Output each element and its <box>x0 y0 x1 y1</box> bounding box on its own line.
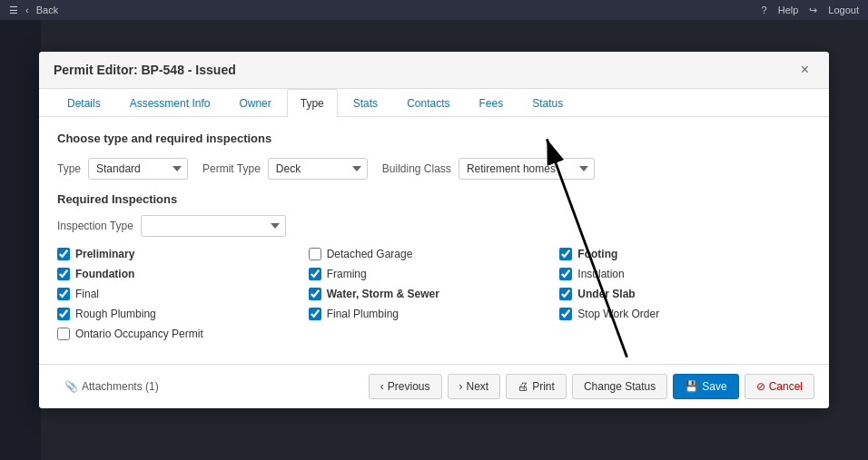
topbar-left: ☰ ‹ Back <box>9 5 58 16</box>
logout-link[interactable]: Logout <box>828 5 859 15</box>
checkbox-ontario-occupancy: Ontario Occupancy Permit <box>57 328 309 340</box>
tab-owner[interactable]: Owner <box>225 89 284 117</box>
inspection-type-select[interactable] <box>141 215 286 237</box>
checkbox-stop-work-order: Stop Work Order <box>559 308 811 320</box>
print-icon: 🖨 <box>518 380 528 393</box>
change-status-button[interactable]: Change Status <box>572 374 667 399</box>
section-title: Choose type and required inspections <box>57 132 811 145</box>
checkbox-preliminary-label: Preliminary <box>75 248 134 260</box>
required-inspections-title: Required Inspections <box>57 192 811 206</box>
checkbox-water-storm-sewer-input[interactable] <box>309 288 321 300</box>
tab-details[interactable]: Details <box>54 89 114 117</box>
permit-editor-modal: Permit Editor: BP-548 - Issued × Details… <box>39 52 829 408</box>
tab-stats[interactable]: Stats <box>340 89 391 117</box>
type-group: Type Standard <box>57 158 188 180</box>
previous-chevron-icon: ‹ <box>380 380 384 393</box>
checkbox-foundation-input[interactable] <box>57 268 70 280</box>
modal-tabs: Details Assessment Info Owner Type Stats… <box>39 89 829 117</box>
back-link[interactable]: Back <box>36 5 58 15</box>
paperclip-icon: 📎 <box>64 380 78 393</box>
modal-header: Permit Editor: BP-548 - Issued × <box>39 52 829 89</box>
checkbox-final-plumbing: Final Plumbing <box>309 308 560 320</box>
checkbox-footing: Footing <box>559 248 811 260</box>
checkbox-final-input[interactable] <box>57 288 70 300</box>
inspection-type-label: Inspection Type <box>57 220 133 232</box>
checkbox-preliminary-input[interactable] <box>57 248 70 260</box>
checkbox-rough-plumbing: Rough Plumbing <box>57 308 309 320</box>
checkbox-ontario-occupancy-label: Ontario Occupancy Permit <box>75 328 203 340</box>
checkbox-framing-label: Framing <box>327 268 367 280</box>
checkbox-water-storm-sewer: Water, Storm & Sewer <box>309 288 560 300</box>
attachments-button[interactable]: 📎 Attachments (1) <box>54 375 170 398</box>
next-chevron-icon: › <box>459 380 463 393</box>
checkbox-framing-input[interactable] <box>309 268 321 280</box>
checkboxes-grid: Preliminary Detached Garage Footing Foun… <box>57 248 811 340</box>
modal-title: Permit Editor: BP-548 - Issued <box>54 63 236 77</box>
checkbox-detached-garage-label: Detached Garage <box>327 248 413 260</box>
previous-label: Previous <box>388 380 430 393</box>
type-label: Type <box>57 162 81 175</box>
save-button[interactable]: 💾 Save <box>673 374 738 399</box>
checkbox-water-storm-sewer-label: Water, Storm & Sewer <box>327 288 439 300</box>
checkbox-rough-plumbing-input[interactable] <box>57 308 70 320</box>
tab-type[interactable]: Type <box>287 89 338 117</box>
tab-status[interactable]: Status <box>518 89 577 117</box>
topbar-right: ? Help ↪ Logout <box>762 5 859 16</box>
permit-type-label: Permit Type <box>202 162 261 175</box>
logout-icon: ↪ <box>809 5 817 16</box>
checkbox-detached-garage-input[interactable] <box>309 248 321 260</box>
tab-assessment-info[interactable]: Assessment Info <box>116 89 224 117</box>
tab-contacts[interactable]: Contacts <box>393 89 463 117</box>
checkbox-preliminary: Preliminary <box>57 248 309 260</box>
help-icon: ? <box>762 5 767 15</box>
back-chevron-icon: ‹ <box>25 5 29 15</box>
footer-right: ‹ Previous › Next 🖨 Print Change Status … <box>369 374 814 399</box>
checkbox-final-plumbing-label: Final Plumbing <box>327 308 399 320</box>
cancel-button[interactable]: ⊘ Cancel <box>745 374 814 399</box>
checkbox-under-slab-input[interactable] <box>559 288 572 300</box>
checkbox-detached-garage: Detached Garage <box>309 248 560 260</box>
modal-footer: 📎 Attachments (1) ‹ Previous › Next 🖨 Pr… <box>39 364 829 408</box>
permit-type-group: Permit Type Deck <box>202 158 368 180</box>
checkbox-ontario-occupancy-input[interactable] <box>57 328 70 340</box>
cancel-label: Cancel <box>769 380 803 393</box>
print-label: Print <box>532 380 555 393</box>
help-link[interactable]: Help <box>778 5 799 15</box>
attachments-label: Attachments (1) <box>82 380 159 393</box>
hamburger-icon: ☰ <box>9 5 18 16</box>
type-select[interactable]: Standard <box>88 158 188 180</box>
permit-type-select[interactable]: Deck <box>268 158 368 180</box>
checkbox-insulation: Insulation <box>559 268 811 280</box>
checkbox-final: Final <box>57 288 309 300</box>
checkbox-final-plumbing-input[interactable] <box>309 308 321 320</box>
topbar: ☰ ‹ Back ? Help ↪ Logout <box>0 0 868 20</box>
checkbox-foundation: Foundation <box>57 268 309 280</box>
footer-left: 📎 Attachments (1) <box>54 375 170 398</box>
checkbox-insulation-input[interactable] <box>559 268 572 280</box>
modal-close-button[interactable]: × <box>795 61 814 79</box>
cancel-icon: ⊘ <box>756 380 765 393</box>
checkbox-under-slab: Under Slab <box>559 288 811 300</box>
modal-body: Choose type and required inspections Typ… <box>39 117 829 364</box>
previous-button[interactable]: ‹ Previous <box>369 374 442 399</box>
tab-fees[interactable]: Fees <box>465 89 517 117</box>
checkbox-stop-work-order-input[interactable] <box>559 308 572 320</box>
building-class-label: Building Class <box>382 162 451 175</box>
type-row: Type Standard Permit Type Deck Building … <box>57 158 811 180</box>
checkbox-footing-label: Footing <box>577 248 617 260</box>
next-button[interactable]: › Next <box>448 374 501 399</box>
checkbox-foundation-label: Foundation <box>75 268 134 280</box>
change-status-label: Change Status <box>584 380 656 393</box>
checkbox-insulation-label: Insulation <box>577 268 624 280</box>
checkbox-stop-work-order-label: Stop Work Order <box>577 308 659 320</box>
checkbox-rough-plumbing-label: Rough Plumbing <box>75 308 156 320</box>
modal-overlay: Permit Editor: BP-548 - Issued × Details… <box>0 0 868 460</box>
building-class-select[interactable]: Retirement homes <box>459 158 595 180</box>
checkbox-footing-input[interactable] <box>559 248 572 260</box>
inspection-type-row: Inspection Type <box>57 215 811 237</box>
print-button[interactable]: 🖨 Print <box>506 374 567 399</box>
checkbox-framing: Framing <box>309 268 560 280</box>
checkbox-final-label: Final <box>75 288 99 300</box>
save-label: Save <box>702 380 726 393</box>
checkbox-under-slab-label: Under Slab <box>577 288 635 300</box>
